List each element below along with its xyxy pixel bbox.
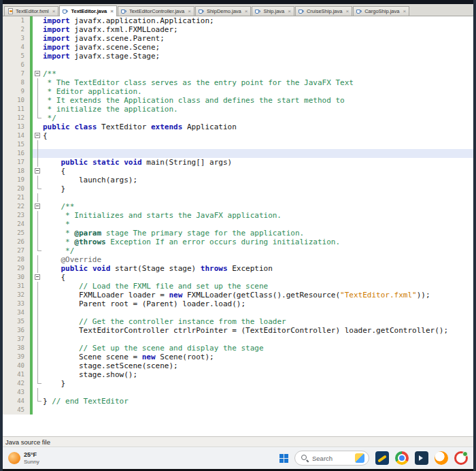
line-number[interactable]: 6 <box>3 61 30 69</box>
terminal-icon[interactable] <box>415 451 428 465</box>
code-line[interactable]: 5 import javafx.stage.Stage; <box>3 52 473 61</box>
code-line[interactable]: 6 <box>3 61 473 69</box>
line-number[interactable]: 7 <box>3 69 30 78</box>
line-number[interactable]: 8 <box>3 78 30 87</box>
code-line[interactable]: 7 /** <box>3 69 473 78</box>
code-line[interactable]: 18 { <box>3 167 473 176</box>
fold-margin[interactable] <box>33 317 43 326</box>
line-number[interactable]: 5 <box>3 52 30 61</box>
fold-margin[interactable] <box>33 397 43 406</box>
line-number[interactable]: 38 <box>3 344 30 353</box>
line-number[interactable]: 20 <box>3 184 30 193</box>
fold-margin[interactable] <box>33 361 43 370</box>
code-line[interactable]: 15 <box>3 140 473 149</box>
code-line[interactable]: 23 * Initializes and starts the JavaFX a… <box>3 211 473 220</box>
code-line[interactable]: 17 public static void main(String[] args… <box>3 158 473 167</box>
code-line[interactable]: 44 } // end TextEditor <box>3 397 473 406</box>
line-number[interactable]: 29 <box>3 264 30 273</box>
code-line[interactable]: 25 * @param stage The primary stage for … <box>3 229 473 238</box>
fold-margin[interactable] <box>33 388 43 397</box>
line-number[interactable]: 28 <box>3 255 30 264</box>
fold-margin[interactable] <box>33 167 43 176</box>
line-number[interactable]: 11 <box>3 105 30 114</box>
fold-margin[interactable] <box>33 273 43 282</box>
fold-margin[interactable] <box>33 105 43 114</box>
line-number[interactable]: 4 <box>3 43 30 52</box>
line-number[interactable]: 15 <box>3 140 30 149</box>
fold-margin[interactable] <box>33 370 43 379</box>
fold-margin[interactable] <box>33 229 43 238</box>
code-line[interactable]: 24 * <box>3 220 473 229</box>
editor-tab[interactable]: CargoShip.java × <box>353 6 409 16</box>
fold-margin[interactable] <box>33 264 43 273</box>
fold-margin[interactable] <box>33 193 43 202</box>
code-line[interactable]: 26 * @throws Exception If an error occur… <box>3 238 473 246</box>
line-number[interactable]: 24 <box>3 220 30 229</box>
line-number[interactable]: 13 <box>3 123 30 131</box>
fold-margin[interactable] <box>33 211 43 220</box>
fold-margin[interactable] <box>33 96 43 105</box>
code-line[interactable]: 37 <box>3 335 473 344</box>
editor-tab[interactable]: CruiseShip.java × <box>295 6 352 16</box>
tab-close-icon[interactable]: × <box>188 9 191 14</box>
line-number[interactable]: 16 <box>3 149 30 158</box>
fold-margin[interactable] <box>33 184 43 193</box>
code-line[interactable]: 39 Scene scene = new Scene(root); <box>3 353 473 361</box>
code-line[interactable]: 40 stage.setScene(scene); <box>3 361 473 370</box>
code-line[interactable]: 2 import javafx.fxml.FXMLLoader; <box>3 25 473 34</box>
line-number[interactable]: 32 <box>3 291 30 299</box>
paint-icon[interactable] <box>375 451 389 465</box>
line-number[interactable]: 23 <box>3 211 30 220</box>
chrome-icon[interactable] <box>395 451 409 465</box>
line-number[interactable]: 45 <box>3 406 30 415</box>
line-number[interactable]: 42 <box>3 379 30 388</box>
taskbar-search[interactable]: Search <box>294 451 369 466</box>
line-number[interactable]: 37 <box>3 335 30 344</box>
line-number[interactable]: 30 <box>3 273 30 282</box>
code-line[interactable]: 20 } <box>3 184 473 193</box>
code-line[interactable]: 11 * initialize the application. <box>3 105 473 114</box>
line-number[interactable]: 35 <box>3 317 30 326</box>
code-line[interactable]: 3 import javafx.scene.Parent; <box>3 34 473 43</box>
fold-margin[interactable] <box>33 220 43 229</box>
tab-close-icon[interactable]: × <box>288 9 291 14</box>
code-line[interactable]: 38 // Set up the scene and display the s… <box>3 344 473 353</box>
line-number[interactable]: 18 <box>3 167 30 176</box>
line-number[interactable]: 41 <box>3 370 30 379</box>
code-line[interactable]: 34 <box>3 308 473 317</box>
code-line[interactable]: 10 * It extends the Application class an… <box>3 96 473 105</box>
fold-margin[interactable] <box>33 326 43 335</box>
fold-margin[interactable] <box>33 149 43 158</box>
fold-margin[interactable] <box>33 353 43 361</box>
line-number[interactable]: 36 <box>3 326 30 335</box>
fold-margin[interactable] <box>33 61 43 69</box>
code-line[interactable]: 43 <box>3 388 473 397</box>
code-line[interactable]: 42 } <box>3 379 473 388</box>
line-number[interactable]: 9 <box>3 87 30 96</box>
fold-margin[interactable] <box>33 238 43 246</box>
fold-margin[interactable] <box>33 291 43 299</box>
fold-margin[interactable] <box>33 282 43 291</box>
fold-margin[interactable] <box>33 344 43 353</box>
windows-start-button[interactable] <box>279 454 288 463</box>
code-line[interactable]: 16 <box>3 149 473 158</box>
line-number[interactable]: 14 <box>3 131 30 140</box>
line-number[interactable]: 40 <box>3 361 30 370</box>
code-line[interactable]: 32 FXMLLoader loader = new FXMLLoader(ge… <box>3 291 473 299</box>
editor-tab[interactable]: TextEditorController.java × <box>118 6 194 16</box>
fold-margin[interactable] <box>33 379 43 388</box>
code-line[interactable]: 4 import javafx.scene.Scene; <box>3 43 473 52</box>
editor-tab[interactable]: Ship.java × <box>252 6 294 16</box>
fold-margin[interactable] <box>33 43 43 52</box>
line-number[interactable]: 27 <box>3 246 30 255</box>
code-line[interactable]: 22 /** <box>3 202 473 211</box>
code-line[interactable]: 33 Parent root = (Parent) loader.load(); <box>3 299 473 308</box>
code-line[interactable]: 28 @Override <box>3 255 473 264</box>
fold-margin[interactable] <box>33 87 43 96</box>
fold-margin[interactable] <box>33 246 43 255</box>
code-line[interactable]: 35 // Get the controller instance from t… <box>3 317 473 326</box>
firefox-icon[interactable] <box>435 451 448 465</box>
code-line[interactable]: 27 */ <box>3 246 473 255</box>
fold-margin[interactable] <box>33 158 43 167</box>
line-number[interactable]: 39 <box>3 353 30 361</box>
